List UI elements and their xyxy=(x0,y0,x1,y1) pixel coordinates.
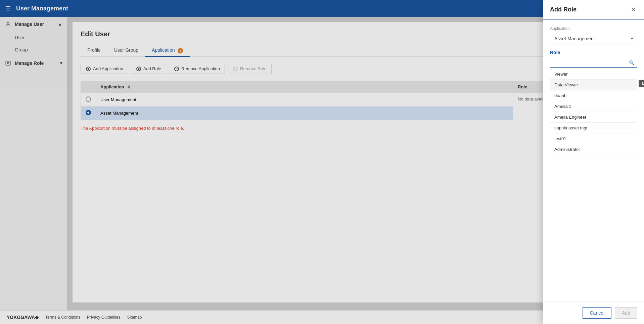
role-tooltip: Data Viewer xyxy=(639,80,644,87)
panel-title: Add Role xyxy=(550,6,577,13)
panel-header: Add Role ✕ xyxy=(543,0,644,19)
role-item-doanh[interactable]: doanh xyxy=(550,90,637,101)
application-field-label: Application xyxy=(550,26,637,31)
panel-body: Application Asset Management Role 🔍 View… xyxy=(543,19,644,301)
application-select[interactable]: Asset Management xyxy=(550,33,637,44)
role-list: Viewer Data Viewer Data Viewer doanh Ame… xyxy=(550,69,637,155)
application-field: Application Asset Management xyxy=(550,26,637,44)
role-item-amelia1[interactable]: Amelia 1 xyxy=(550,101,637,112)
role-item-amelia-engineer[interactable]: Amelia Engineer xyxy=(550,112,637,123)
role-item-viewer[interactable]: Viewer xyxy=(550,69,637,80)
search-icon: 🔍 xyxy=(629,60,635,66)
add-button[interactable]: Add xyxy=(615,307,637,319)
close-icon[interactable]: ✕ xyxy=(629,5,637,13)
role-item-data-viewer[interactable]: Data Viewer Data Viewer xyxy=(550,80,637,90)
role-search-container: 🔍 xyxy=(550,58,637,68)
cancel-button[interactable]: Cancel xyxy=(583,307,611,319)
role-search-input[interactable] xyxy=(550,58,637,68)
add-role-panel: Add Role ✕ Application Asset Management … xyxy=(543,0,644,324)
role-item-test01[interactable]: test01 xyxy=(550,133,637,144)
role-item-administrator[interactable]: Administrator xyxy=(550,144,637,155)
role-section-label: Role xyxy=(550,50,637,55)
panel-footer: Cancel Add xyxy=(543,301,644,324)
role-item-sophia[interactable]: sophia asset mgt xyxy=(550,123,637,133)
